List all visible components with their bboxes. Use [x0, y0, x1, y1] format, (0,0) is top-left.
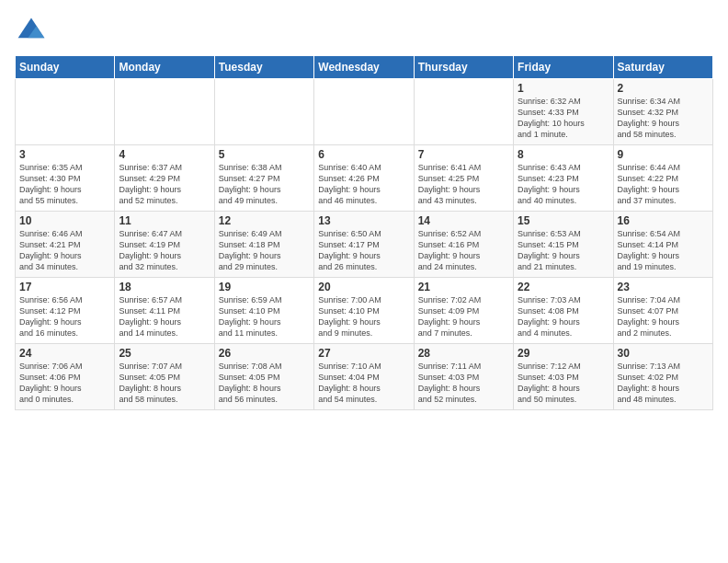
- day-number: 23: [618, 281, 709, 293]
- day-info: Sunrise: 7:04 AM Sunset: 4:07 PM Dayligh…: [618, 294, 709, 339]
- day-cell: 24Sunrise: 7:06 AM Sunset: 4:06 PM Dayli…: [16, 344, 115, 410]
- day-cell: 10Sunrise: 6:46 AM Sunset: 4:21 PM Dayli…: [16, 212, 115, 278]
- day-info: Sunrise: 6:37 AM Sunset: 4:29 PM Dayligh…: [119, 162, 210, 207]
- day-info: Sunrise: 6:52 AM Sunset: 4:16 PM Dayligh…: [418, 228, 509, 273]
- day-info: Sunrise: 7:13 AM Sunset: 4:02 PM Dayligh…: [618, 361, 709, 406]
- day-cell: 12Sunrise: 6:49 AM Sunset: 4:18 PM Dayli…: [214, 212, 313, 278]
- day-info: Sunrise: 7:03 AM Sunset: 4:08 PM Dayligh…: [518, 294, 609, 339]
- day-number: 21: [418, 281, 509, 293]
- day-info: Sunrise: 6:41 AM Sunset: 4:25 PM Dayligh…: [418, 162, 509, 207]
- day-cell: 25Sunrise: 7:07 AM Sunset: 4:05 PM Dayli…: [115, 344, 214, 410]
- header-cell-tuesday: Tuesday: [214, 56, 313, 79]
- day-info: Sunrise: 6:43 AM Sunset: 4:23 PM Dayligh…: [518, 162, 609, 207]
- day-info: Sunrise: 6:53 AM Sunset: 4:15 PM Dayligh…: [518, 228, 609, 273]
- day-info: Sunrise: 6:54 AM Sunset: 4:14 PM Dayligh…: [618, 228, 709, 273]
- day-info: Sunrise: 6:40 AM Sunset: 4:26 PM Dayligh…: [318, 162, 409, 207]
- day-number: 18: [119, 281, 210, 293]
- day-info: Sunrise: 6:35 AM Sunset: 4:30 PM Dayligh…: [19, 162, 110, 207]
- day-info: Sunrise: 7:06 AM Sunset: 4:06 PM Dayligh…: [19, 361, 110, 406]
- day-cell: 29Sunrise: 7:12 AM Sunset: 4:03 PM Dayli…: [514, 344, 613, 410]
- day-info: Sunrise: 7:07 AM Sunset: 4:05 PM Dayligh…: [119, 361, 210, 406]
- day-cell: 1Sunrise: 6:32 AM Sunset: 4:33 PM Daylig…: [514, 79, 613, 145]
- day-cell: 4Sunrise: 6:37 AM Sunset: 4:29 PM Daylig…: [115, 145, 214, 212]
- day-cell: 7Sunrise: 6:41 AM Sunset: 4:25 PM Daylig…: [414, 145, 513, 212]
- day-cell: 17Sunrise: 6:56 AM Sunset: 4:12 PM Dayli…: [16, 278, 115, 344]
- day-cell: [314, 79, 414, 145]
- day-number: 7: [418, 148, 509, 161]
- day-cell: [16, 79, 115, 145]
- week-row-0: 1Sunrise: 6:32 AM Sunset: 4:33 PM Daylig…: [16, 79, 713, 145]
- day-cell: [414, 79, 513, 145]
- day-number: 26: [219, 347, 310, 360]
- day-info: Sunrise: 7:00 AM Sunset: 4:10 PM Dayligh…: [318, 294, 409, 339]
- day-number: 22: [518, 281, 609, 293]
- header-cell-wednesday: Wednesday: [314, 56, 414, 79]
- day-info: Sunrise: 6:57 AM Sunset: 4:11 PM Dayligh…: [119, 294, 210, 339]
- day-number: 24: [19, 347, 110, 360]
- week-row-2: 10Sunrise: 6:46 AM Sunset: 4:21 PM Dayli…: [16, 212, 713, 278]
- page: SundayMondayTuesdayWednesdayThursdayFrid…: [0, 0, 728, 563]
- day-number: 13: [318, 214, 409, 227]
- day-number: 9: [618, 148, 709, 161]
- header: [15, 15, 713, 48]
- day-cell: 5Sunrise: 6:38 AM Sunset: 4:27 PM Daylig…: [214, 145, 313, 212]
- day-cell: 18Sunrise: 6:57 AM Sunset: 4:11 PM Dayli…: [115, 278, 214, 344]
- week-row-1: 3Sunrise: 6:35 AM Sunset: 4:30 PM Daylig…: [16, 145, 713, 212]
- day-info: Sunrise: 6:47 AM Sunset: 4:19 PM Dayligh…: [119, 228, 210, 273]
- day-info: Sunrise: 6:50 AM Sunset: 4:17 PM Dayligh…: [318, 228, 409, 273]
- day-cell: 28Sunrise: 7:11 AM Sunset: 4:03 PM Dayli…: [414, 344, 513, 410]
- day-cell: 30Sunrise: 7:13 AM Sunset: 4:02 PM Dayli…: [613, 344, 712, 410]
- day-info: Sunrise: 6:34 AM Sunset: 4:32 PM Dayligh…: [618, 96, 709, 141]
- day-info: Sunrise: 7:10 AM Sunset: 4:04 PM Dayligh…: [318, 361, 409, 406]
- day-info: Sunrise: 6:59 AM Sunset: 4:10 PM Dayligh…: [219, 294, 310, 339]
- day-number: 15: [518, 214, 609, 227]
- day-cell: 8Sunrise: 6:43 AM Sunset: 4:23 PM Daylig…: [514, 145, 613, 212]
- day-cell: 27Sunrise: 7:10 AM Sunset: 4:04 PM Dayli…: [314, 344, 414, 410]
- calendar-body: 1Sunrise: 6:32 AM Sunset: 4:33 PM Daylig…: [16, 79, 713, 410]
- day-cell: 20Sunrise: 7:00 AM Sunset: 4:10 PM Dayli…: [314, 278, 414, 344]
- day-cell: 3Sunrise: 6:35 AM Sunset: 4:30 PM Daylig…: [16, 145, 115, 212]
- day-number: 20: [318, 281, 409, 293]
- day-info: Sunrise: 6:49 AM Sunset: 4:18 PM Dayligh…: [219, 228, 310, 273]
- day-info: Sunrise: 7:12 AM Sunset: 4:03 PM Dayligh…: [518, 361, 609, 406]
- day-cell: 15Sunrise: 6:53 AM Sunset: 4:15 PM Dayli…: [514, 212, 613, 278]
- day-number: 29: [518, 347, 609, 360]
- day-cell: 16Sunrise: 6:54 AM Sunset: 4:14 PM Dayli…: [613, 212, 712, 278]
- day-number: 17: [19, 281, 110, 293]
- day-info: Sunrise: 6:38 AM Sunset: 4:27 PM Dayligh…: [219, 162, 310, 207]
- day-number: 5: [219, 148, 310, 161]
- header-cell-friday: Friday: [514, 56, 613, 79]
- day-number: 27: [318, 347, 409, 360]
- day-cell: [115, 79, 214, 145]
- calendar-header: SundayMondayTuesdayWednesdayThursdayFrid…: [16, 56, 713, 79]
- logo: [15, 15, 51, 48]
- day-number: 16: [618, 214, 709, 227]
- day-cell: 2Sunrise: 6:34 AM Sunset: 4:32 PM Daylig…: [613, 79, 712, 145]
- day-info: Sunrise: 7:11 AM Sunset: 4:03 PM Dayligh…: [418, 361, 509, 406]
- day-cell: [214, 79, 313, 145]
- day-info: Sunrise: 6:44 AM Sunset: 4:22 PM Dayligh…: [618, 162, 709, 207]
- day-cell: 9Sunrise: 6:44 AM Sunset: 4:22 PM Daylig…: [613, 145, 712, 212]
- day-number: 1: [518, 82, 609, 95]
- day-number: 19: [219, 281, 310, 293]
- day-number: 4: [119, 148, 210, 161]
- day-number: 3: [19, 148, 110, 161]
- day-number: 11: [119, 214, 210, 227]
- day-info: Sunrise: 7:08 AM Sunset: 4:05 PM Dayligh…: [219, 361, 310, 406]
- day-number: 8: [518, 148, 609, 161]
- day-number: 2: [618, 82, 709, 95]
- day-cell: 21Sunrise: 7:02 AM Sunset: 4:09 PM Dayli…: [414, 278, 513, 344]
- day-number: 12: [219, 214, 310, 227]
- day-cell: 6Sunrise: 6:40 AM Sunset: 4:26 PM Daylig…: [314, 145, 414, 212]
- header-cell-sunday: Sunday: [16, 56, 115, 79]
- header-cell-monday: Monday: [115, 56, 214, 79]
- header-row: SundayMondayTuesdayWednesdayThursdayFrid…: [16, 56, 713, 79]
- day-cell: 14Sunrise: 6:52 AM Sunset: 4:16 PM Dayli…: [414, 212, 513, 278]
- day-number: 30: [618, 347, 709, 360]
- day-info: Sunrise: 6:32 AM Sunset: 4:33 PM Dayligh…: [518, 96, 609, 141]
- day-cell: 13Sunrise: 6:50 AM Sunset: 4:17 PM Dayli…: [314, 212, 414, 278]
- week-row-4: 24Sunrise: 7:06 AM Sunset: 4:06 PM Dayli…: [16, 344, 713, 410]
- day-info: Sunrise: 6:56 AM Sunset: 4:12 PM Dayligh…: [19, 294, 110, 339]
- day-cell: 26Sunrise: 7:08 AM Sunset: 4:05 PM Dayli…: [214, 344, 313, 410]
- day-info: Sunrise: 6:46 AM Sunset: 4:21 PM Dayligh…: [19, 228, 110, 273]
